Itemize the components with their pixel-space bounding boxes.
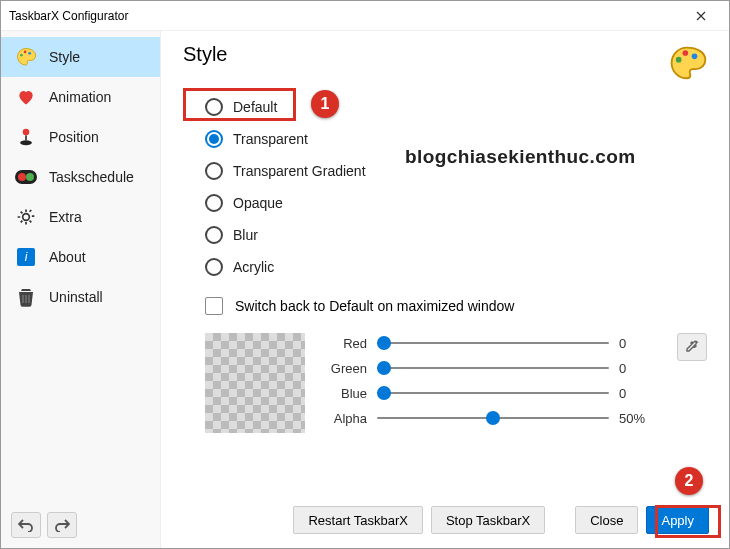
title-bar: TaskbarX Configurator — [1, 1, 729, 31]
svg-point-12 — [683, 50, 689, 56]
svg-point-1 — [24, 51, 27, 54]
sidebar-item-label: Uninstall — [49, 289, 103, 305]
slider-value-alpha: 50% — [619, 411, 659, 426]
sidebar-item-label: Position — [49, 129, 99, 145]
svg-text:i: i — [25, 250, 28, 264]
svg-point-8 — [26, 173, 34, 181]
red-slider[interactable] — [377, 335, 609, 351]
radio-acrylic[interactable]: Acrylic — [205, 251, 707, 283]
svg-point-11 — [676, 57, 682, 63]
slider-label-blue: Blue — [323, 386, 367, 401]
sidebar-item-extra[interactable]: Extra — [1, 197, 160, 237]
app-logo-icon — [667, 43, 707, 83]
color-preview-swatch — [205, 333, 305, 433]
radio-label: Blur — [233, 227, 258, 243]
svg-point-0 — [20, 54, 23, 57]
sidebar-item-about[interactable]: i About — [1, 237, 160, 277]
slider-value-red: 0 — [619, 336, 659, 351]
stop-taskbarx-button[interactable]: Stop TaskbarX — [431, 506, 545, 534]
radio-transparent[interactable]: Transparent — [205, 123, 707, 155]
radio-label: Transparent — [233, 131, 308, 147]
radio-label: Default — [233, 99, 277, 115]
maximized-default-checkbox[interactable]: Switch back to Default on maximized wind… — [205, 297, 707, 315]
svg-point-3 — [23, 129, 30, 136]
eyedropper-button[interactable] — [677, 333, 707, 361]
slider-label-alpha: Alpha — [323, 411, 367, 426]
sidebar-item-label: Style — [49, 49, 80, 65]
slider-label-green: Green — [323, 361, 367, 376]
slider-label-red: Red — [323, 336, 367, 351]
radio-icon — [205, 130, 223, 148]
page-title: Style — [183, 43, 667, 66]
sidebar-item-animation[interactable]: Animation — [1, 77, 160, 117]
radio-label: Opaque — [233, 195, 283, 211]
close-button[interactable]: Close — [575, 506, 638, 534]
sidebar-item-label: About — [49, 249, 86, 265]
apply-button[interactable]: Apply — [646, 506, 709, 534]
svg-point-7 — [18, 173, 26, 181]
svg-rect-4 — [25, 135, 27, 140]
close-window-button[interactable] — [681, 1, 721, 31]
main-content: Style Default Transparent Transparent Gr… — [161, 31, 729, 548]
alpha-slider[interactable] — [377, 410, 609, 426]
restart-taskbarx-button[interactable]: Restart TaskbarX — [293, 506, 422, 534]
radio-icon — [205, 98, 223, 116]
redo-button[interactable] — [47, 512, 77, 538]
info-icon: i — [15, 246, 37, 268]
radio-opaque[interactable]: Opaque — [205, 187, 707, 219]
gear-icon — [15, 206, 37, 228]
window-title: TaskbarX Configurator — [9, 9, 681, 23]
checkbox-icon — [205, 297, 223, 315]
svg-point-13 — [692, 54, 698, 60]
undo-button[interactable] — [11, 512, 41, 538]
sidebar-item-label: Taskschedule — [49, 169, 134, 185]
slider-value-green: 0 — [619, 361, 659, 376]
sidebar-item-label: Extra — [49, 209, 82, 225]
radio-label: Transparent Gradient — [233, 163, 366, 179]
sidebar-item-uninstall[interactable]: Uninstall — [1, 277, 160, 317]
toggle-icon — [15, 166, 37, 188]
trash-icon — [15, 286, 37, 308]
svg-point-2 — [28, 52, 31, 55]
radio-icon — [205, 194, 223, 212]
radio-transparent-gradient[interactable]: Transparent Gradient — [205, 155, 707, 187]
svg-point-5 — [20, 140, 32, 145]
heart-icon — [15, 86, 37, 108]
style-radio-group: Default Transparent Transparent Gradient… — [205, 91, 707, 283]
sidebar-item-style[interactable]: Style — [1, 37, 160, 77]
joystick-icon — [15, 126, 37, 148]
radio-blur[interactable]: Blur — [205, 219, 707, 251]
palette-icon — [15, 46, 37, 68]
radio-icon — [205, 226, 223, 244]
green-slider[interactable] — [377, 360, 609, 376]
radio-icon — [205, 258, 223, 276]
radio-label: Acrylic — [233, 259, 274, 275]
sidebar-item-label: Animation — [49, 89, 111, 105]
checkbox-label: Switch back to Default on maximized wind… — [235, 298, 514, 314]
radio-icon — [205, 162, 223, 180]
sidebar-item-taskschedule[interactable]: Taskschedule — [1, 157, 160, 197]
sidebar-item-position[interactable]: Position — [1, 117, 160, 157]
radio-default[interactable]: Default — [205, 91, 707, 123]
slider-value-blue: 0 — [619, 386, 659, 401]
sidebar: Style Animation Position Taskschedule — [1, 31, 161, 548]
blue-slider[interactable] — [377, 385, 609, 401]
